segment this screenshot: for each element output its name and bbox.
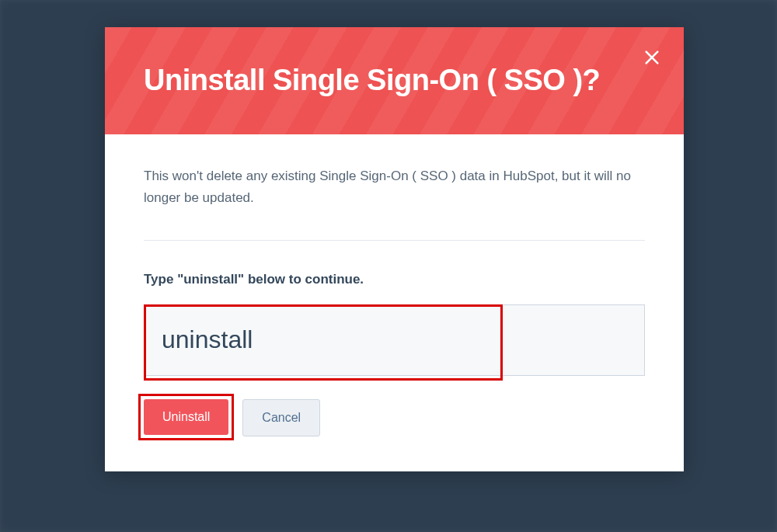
confirmation-input[interactable] [144, 304, 645, 376]
cancel-button[interactable]: Cancel [242, 399, 320, 436]
close-icon[interactable] [643, 49, 660, 66]
confirmation-prompt: Type "uninstall" below to continue. [144, 272, 645, 287]
divider [144, 240, 645, 241]
input-highlight-box [144, 304, 645, 376]
modal-description: This won't delete any existing Single Si… [144, 165, 645, 209]
modal-header: Uninstall Single Sign-On ( SSO )? [105, 27, 684, 134]
uninstall-modal: Uninstall Single Sign-On ( SSO )? This w… [105, 27, 684, 471]
button-row: Uninstall Cancel [144, 399, 645, 436]
uninstall-highlight-box: Uninstall [144, 399, 228, 435]
uninstall-button[interactable]: Uninstall [144, 399, 228, 435]
modal-body: This won't delete any existing Single Si… [105, 134, 684, 471]
modal-title: Uninstall Single Sign-On ( SSO )? [144, 62, 645, 99]
